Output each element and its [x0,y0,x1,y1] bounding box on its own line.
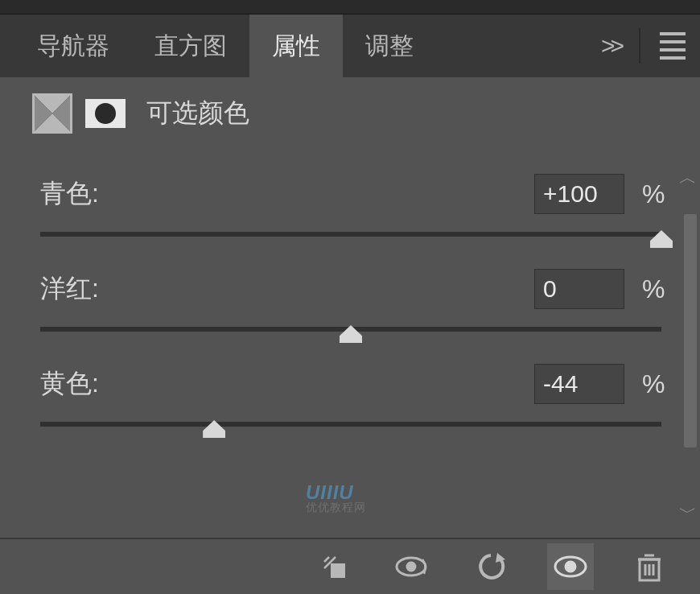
slider-magenta: 洋红: % [40,269,668,332]
slider-yellow-label: 黄色: [40,366,534,402]
selective-color-icon[interactable] [32,93,72,134]
slider-magenta-input[interactable] [534,269,624,309]
slider-cyan-handle[interactable] [650,230,673,248]
slider-yellow: 黄色: % [40,364,668,427]
svg-rect-4 [331,563,345,578]
view-previous-button[interactable] [389,543,436,590]
slider-cyan-input[interactable] [534,174,624,214]
adjustment-title: 可选颜色 [146,96,249,131]
reset-button[interactable] [468,543,515,590]
divider [639,28,640,64]
scroll-down-icon[interactable]: ﹀ [676,485,700,533]
slider-magenta-track[interactable] [40,327,661,332]
tab-histogram[interactable]: 直方图 [132,14,249,77]
watermark: UIIIU 优优教程网 [306,481,366,515]
layer-mask-icon[interactable] [85,99,126,128]
slider-cyan: 青色: % [40,174,668,237]
svg-point-6 [407,563,415,571]
panel-footer [0,538,700,594]
app-top-bar [0,0,700,14]
scrollbar[interactable]: ︿ ﹀ [676,150,700,538]
tab-properties[interactable]: 属性 [249,14,343,77]
slider-magenta-label: 洋红: [40,271,534,307]
tab-navigator[interactable]: 导航器 [14,14,132,77]
visibility-toggle-button[interactable] [547,543,594,590]
slider-yellow-track[interactable] [40,422,661,427]
sliders-area: 青色: % 洋红: % 黄色: % [0,150,700,538]
properties-panel: 导航器 直方图 属性 调整 >> 可选颜色 青色: [0,14,700,594]
delete-button[interactable] [626,543,673,590]
adjustment-header: 可选颜色 [0,77,700,150]
slider-cyan-unit: % [642,179,668,209]
svg-point-9 [566,562,575,571]
slider-yellow-input[interactable] [534,364,624,404]
slider-yellow-handle[interactable] [203,420,225,438]
collapse-chevrons-icon[interactable]: >> [601,32,620,60]
slider-yellow-unit: % [642,369,668,399]
slider-cyan-label: 青色: [40,176,534,212]
tabs-right-controls: >> [601,28,686,64]
scroll-up-icon[interactable]: ︿ [676,150,700,198]
panel-tabs: 导航器 直方图 属性 调整 >> [0,14,700,77]
slider-magenta-unit: % [642,274,668,304]
panel-menu-icon[interactable] [660,32,686,60]
scroll-thumb[interactable] [684,214,697,448]
watermark-text: 优优教程网 [306,501,366,515]
slider-cyan-track[interactable] [40,232,661,237]
slider-magenta-handle[interactable] [340,325,362,343]
clip-to-layer-button[interactable] [311,543,357,590]
tab-adjustments[interactable]: 调整 [343,14,436,77]
